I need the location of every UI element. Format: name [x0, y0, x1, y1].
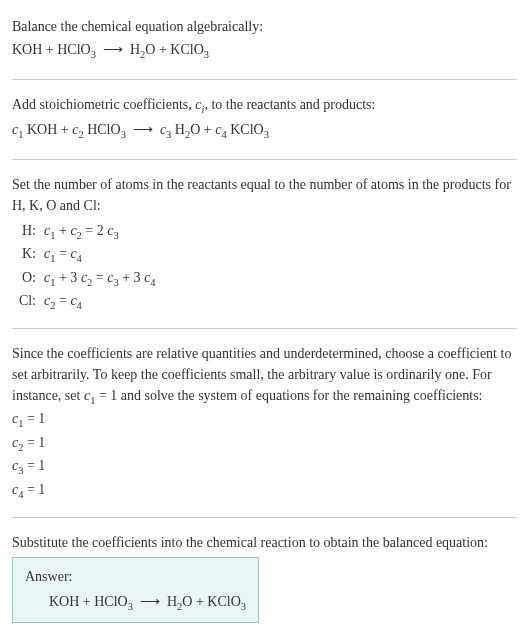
- solve-result: c1 = 1: [12, 408, 517, 432]
- substitute-prompt: Substitute the coefficients into the che…: [12, 532, 517, 553]
- problem-section: Balance the chemical equation algebraica…: [12, 8, 517, 73]
- solve-result: c2 = 1: [12, 432, 517, 456]
- stoich-section: Add stoichiometric coefficients, ci, to …: [12, 86, 517, 153]
- atoms-prompt: Set the number of atoms in the reactants…: [12, 174, 517, 216]
- answer-label: Answer:: [25, 566, 246, 587]
- atom-label: Cl:: [12, 290, 36, 314]
- atom-label: O:: [12, 267, 36, 291]
- answer-equation: KOH + HClO3 ⟶ H2O + KClO3: [25, 591, 246, 615]
- atom-equation: c1 + c2 = 2 c3: [44, 220, 119, 244]
- stoich-prompt: Add stoichiometric coefficients, ci, to …: [12, 94, 517, 118]
- answer-box: Answer: KOH + HClO3 ⟶ H2O + KClO3: [12, 557, 259, 624]
- problem-equation: KOH + HClO3 ⟶ H2O + KClO3: [12, 39, 517, 63]
- problem-prompt: Balance the chemical equation algebraica…: [12, 16, 517, 37]
- solve-prompt: Since the coefficients are relative quan…: [12, 343, 517, 409]
- stoich-equation: c1 KOH + c2 HClO3 ⟶ c3 H2O + c4 KClO3: [12, 119, 517, 143]
- atom-row: K: c1 = c4: [12, 243, 517, 267]
- substitute-section: Substitute the coefficients into the che…: [12, 524, 517, 627]
- divider: [12, 328, 517, 329]
- atom-row: H: c1 + c2 = 2 c3: [12, 220, 517, 244]
- atom-equation: c2 = c4: [44, 290, 82, 314]
- atom-row: Cl: c2 = c4: [12, 290, 517, 314]
- divider: [12, 159, 517, 160]
- atom-equation: c1 + 3 c2 = c3 + 3 c4: [44, 267, 156, 291]
- divider: [12, 79, 517, 80]
- atom-row: O: c1 + 3 c2 = c3 + 3 c4: [12, 267, 517, 291]
- solve-section: Since the coefficients are relative quan…: [12, 335, 517, 511]
- divider: [12, 517, 517, 518]
- solve-result: c4 = 1: [12, 479, 517, 503]
- atom-label: H:: [12, 220, 36, 244]
- atom-label: K:: [12, 243, 36, 267]
- atoms-section: Set the number of atoms in the reactants…: [12, 166, 517, 322]
- solve-result: c3 = 1: [12, 455, 517, 479]
- atoms-table: H: c1 + c2 = 2 c3 K: c1 = c4 O: c1 + 3 c…: [12, 220, 517, 314]
- atom-equation: c1 = c4: [44, 243, 82, 267]
